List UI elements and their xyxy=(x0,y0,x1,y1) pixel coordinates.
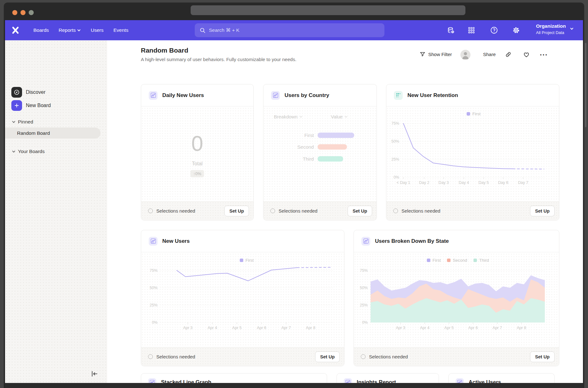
address-bar[interactable] xyxy=(191,5,465,15)
y-axis-tick-label: 25% xyxy=(360,303,368,307)
value-bar xyxy=(318,133,354,138)
legend-item: First xyxy=(240,258,254,263)
retention-chart: 75%50%25%0%< Day 1Day 2Day 3Day 4Day 5Da… xyxy=(402,118,545,177)
window-zoom-button[interactable] xyxy=(29,10,34,15)
legend-item: Third xyxy=(474,258,489,263)
metric-label: Total xyxy=(141,161,253,167)
show-filter-label: Show Filter xyxy=(428,52,452,57)
card-title: New User Retention xyxy=(407,92,458,99)
breakdown-column-header[interactable]: Breakdown xyxy=(274,114,302,119)
chevron-down-icon xyxy=(78,28,81,31)
set-up-button[interactable]: Set Up xyxy=(224,206,249,216)
x-axis-tick-label: Apr 3 xyxy=(396,326,405,330)
settings-gear-icon[interactable] xyxy=(511,25,522,36)
mixpanel-logo-icon[interactable] xyxy=(11,20,20,40)
value-column-header[interactable]: Value xyxy=(331,114,347,119)
share-label: Share xyxy=(483,52,496,57)
set-up-button[interactable]: Set Up xyxy=(315,351,340,362)
x-axis-tick-label: Day 5 xyxy=(479,180,489,185)
copy-link-button[interactable] xyxy=(505,51,511,58)
card-header: New User Retention xyxy=(386,84,559,106)
x-axis-tick-label: Apr 4 xyxy=(420,326,429,330)
card-header: Users Broken Down By State xyxy=(354,230,559,252)
status-text: Selections needed xyxy=(401,208,530,214)
insights-chart-icon xyxy=(361,237,370,246)
chevron-down-icon xyxy=(12,149,15,152)
insights-chart-icon xyxy=(271,91,280,100)
nav-item-boards[interactable]: Boards xyxy=(33,20,49,40)
show-filter-button[interactable]: Show Filter xyxy=(420,51,452,57)
page-subtitle: A high-level summary of user behaviors. … xyxy=(141,57,297,62)
x-axis-tick-label: Apr 8 xyxy=(306,326,315,330)
chart-legend: First xyxy=(467,111,481,116)
org-switcher[interactable]: Organization All Project Data xyxy=(536,23,566,35)
screen: Boards Reports Users Events xyxy=(0,0,588,388)
chevron-down-icon xyxy=(12,120,15,123)
help-icon[interactable] xyxy=(489,25,499,36)
section-label: Your Boards xyxy=(18,149,45,154)
avatar[interactable] xyxy=(460,50,470,60)
sidebar-section-pinned[interactable]: Pinned xyxy=(13,119,33,125)
x-axis-tick-label: Apr 6 xyxy=(257,326,266,330)
x-axis-tick-label: Apr 5 xyxy=(232,326,242,330)
board-link-label: Random Board xyxy=(17,130,50,136)
sidebar-item-discover[interactable]: Discover xyxy=(11,87,45,98)
set-up-button[interactable]: Set Up xyxy=(530,351,555,362)
sidebar-item-new-board[interactable]: New Board xyxy=(11,100,51,111)
favorite-button[interactable] xyxy=(523,51,530,58)
nav-item-label: Users xyxy=(91,27,103,33)
x-axis-tick-label: < Day 1 xyxy=(396,180,410,185)
nav-item-users[interactable]: Users xyxy=(91,20,103,40)
funnel-icon xyxy=(420,51,425,57)
legend-label: First xyxy=(472,111,481,116)
x-axis-tick-label: Apr 8 xyxy=(517,326,526,330)
x-axis-tick-label: Apr 3 xyxy=(183,326,193,330)
y-axis-tick-label: 50% xyxy=(150,286,158,290)
legend-item: First xyxy=(427,258,441,263)
apps-grid-icon[interactable] xyxy=(466,25,477,36)
card-footer: Selections needed Set Up xyxy=(141,347,344,366)
chart-legend: First xyxy=(240,258,254,263)
nav-item-reports[interactable]: Reports xyxy=(59,20,80,40)
chevron-down-icon xyxy=(345,115,347,117)
metric-delta-badge: ↑0% xyxy=(190,170,204,177)
window-bottom-edge xyxy=(5,383,583,388)
scrollbar[interactable] xyxy=(585,43,586,127)
link-icon xyxy=(505,51,511,58)
set-up-button[interactable]: Set Up xyxy=(348,206,372,216)
value-bar xyxy=(318,144,347,150)
ellipsis-icon: ••• xyxy=(540,52,548,57)
window-minimize-button[interactable] xyxy=(20,10,26,15)
status-text: Selections needed xyxy=(369,354,530,359)
legend-marker xyxy=(467,112,470,116)
legend-item: First xyxy=(467,111,481,116)
legend-label: Third xyxy=(479,258,489,263)
column-label: Value xyxy=(331,114,343,119)
window-close-button[interactable] xyxy=(12,10,17,15)
x-axis-tick-label: Day 7 xyxy=(518,180,528,185)
card-users-by-country: Users by Country Breakdown Value First S… xyxy=(263,84,377,220)
nav-item-label: Reports xyxy=(59,27,76,33)
global-search[interactable] xyxy=(195,23,384,37)
set-up-button[interactable]: Set Up xyxy=(530,206,555,216)
sidebar-item-random-board[interactable]: Random Board xyxy=(5,128,101,139)
status-text: Selections needed xyxy=(156,208,224,214)
card-header: Users by Country xyxy=(263,84,377,106)
search-input[interactable] xyxy=(209,27,379,33)
legend-item: Second xyxy=(447,258,467,263)
y-axis-tick-label: 50% xyxy=(360,286,368,290)
collapse-sidebar-icon[interactable] xyxy=(90,370,98,378)
x-axis-tick-label: Apr 7 xyxy=(281,326,291,330)
more-options-button[interactable]: ••• xyxy=(540,52,548,57)
metric-value: 0 xyxy=(141,131,253,156)
chevron-down-icon xyxy=(300,115,302,117)
value-bar xyxy=(318,156,343,162)
data-management-icon[interactable] xyxy=(445,25,456,36)
share-button[interactable]: Share xyxy=(483,52,496,57)
y-axis-tick-label: 25% xyxy=(391,157,399,162)
sidebar-section-your-boards[interactable]: Your Boards xyxy=(13,149,45,154)
x-axis-tick-label: Day 3 xyxy=(439,180,449,185)
legend-label: Second xyxy=(453,258,467,263)
nav-item-events[interactable]: Events xyxy=(113,20,128,40)
state-area-chart: 75%50%25%0%Apr 3Apr 4Apr 5Apr 6Apr 7Apr … xyxy=(371,265,545,322)
